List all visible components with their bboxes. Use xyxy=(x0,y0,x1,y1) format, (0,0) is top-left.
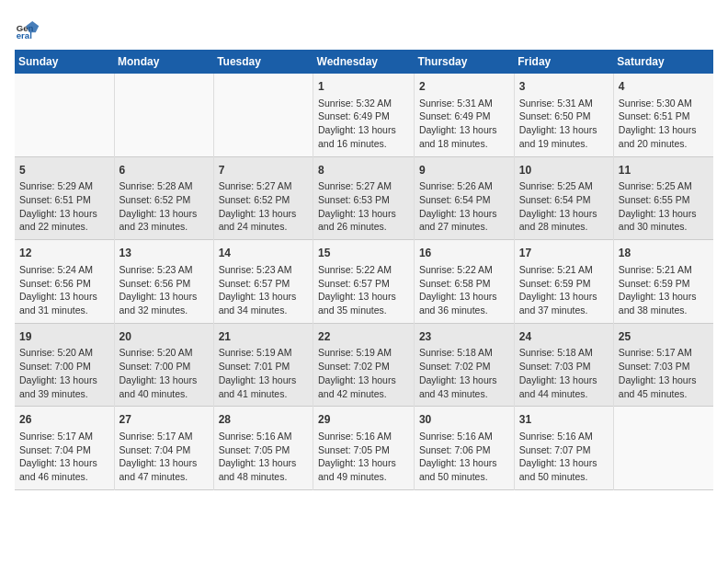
calendar-cell xyxy=(613,407,713,490)
day-number: 3 xyxy=(519,79,609,95)
day-info: Sunrise: 5:30 AM xyxy=(619,97,709,110)
calendar-cell: 21Sunrise: 5:19 AMSunset: 7:01 PMDayligh… xyxy=(213,323,313,407)
day-info: Sunrise: 5:16 AM xyxy=(419,430,509,443)
day-info: Daylight: 13 hours and 28 minutes. xyxy=(519,207,609,234)
day-number: 7 xyxy=(219,163,308,178)
day-info: Daylight: 13 hours and 41 minutes. xyxy=(219,373,308,400)
calendar-cell: 9Sunrise: 5:26 AMSunset: 6:54 PMDaylight… xyxy=(414,156,514,240)
day-info: Daylight: 13 hours and 31 minutes. xyxy=(19,290,109,316)
day-info: Sunset: 6:57 PM xyxy=(318,277,409,291)
day-info: Sunset: 6:55 PM xyxy=(619,193,709,207)
calendar-cell: 6Sunrise: 5:28 AMSunset: 6:52 PMDaylight… xyxy=(114,156,213,240)
day-number: 18 xyxy=(619,246,709,261)
day-number: 6 xyxy=(119,163,209,178)
day-info: Sunrise: 5:18 AM xyxy=(519,346,609,360)
calendar-cell: 14Sunrise: 5:23 AMSunset: 6:57 PMDayligh… xyxy=(213,240,313,324)
calendar-cell: 12Sunrise: 5:24 AMSunset: 6:56 PMDayligh… xyxy=(15,240,114,324)
day-number: 15 xyxy=(318,246,409,261)
calendar-week-row: 19Sunrise: 5:20 AMSunset: 7:00 PMDayligh… xyxy=(15,323,713,407)
day-info: Sunrise: 5:27 AM xyxy=(219,179,308,193)
weekday-header: Saturday xyxy=(613,50,713,74)
calendar-cell: 23Sunrise: 5:18 AMSunset: 7:02 PMDayligh… xyxy=(414,323,514,407)
day-info: Sunrise: 5:28 AM xyxy=(119,179,209,193)
day-info: Sunrise: 5:18 AM xyxy=(419,346,509,360)
day-info: Daylight: 13 hours and 45 minutes. xyxy=(619,373,709,400)
day-number: 14 xyxy=(219,246,308,261)
day-info: Sunset: 6:54 PM xyxy=(419,193,509,207)
day-info: Sunset: 6:51 PM xyxy=(619,109,709,123)
day-info: Sunset: 6:59 PM xyxy=(519,277,609,291)
day-info: Sunset: 7:02 PM xyxy=(419,360,509,373)
day-info: Sunset: 7:04 PM xyxy=(119,443,209,457)
day-info: Daylight: 13 hours and 34 minutes. xyxy=(219,290,308,316)
day-info: Sunset: 6:58 PM xyxy=(419,277,509,291)
calendar-cell: 13Sunrise: 5:23 AMSunset: 6:56 PMDayligh… xyxy=(114,240,213,324)
day-info: Sunrise: 5:23 AM xyxy=(119,263,209,277)
weekday-header: Thursday xyxy=(414,50,514,74)
calendar-cell: 19Sunrise: 5:20 AMSunset: 7:00 PMDayligh… xyxy=(15,323,114,407)
calendar-cell: 29Sunrise: 5:16 AMSunset: 7:05 PMDayligh… xyxy=(313,407,415,490)
day-info: Sunset: 7:00 PM xyxy=(119,360,209,373)
calendar-table: SundayMondayTuesdayWednesdayThursdayFrid… xyxy=(15,50,713,490)
day-info: Sunrise: 5:16 AM xyxy=(519,430,609,443)
calendar-cell: 30Sunrise: 5:16 AMSunset: 7:06 PMDayligh… xyxy=(414,407,514,490)
calendar-cell: 17Sunrise: 5:21 AMSunset: 6:59 PMDayligh… xyxy=(514,240,613,324)
day-info: Sunrise: 5:26 AM xyxy=(419,179,509,193)
calendar-week-row: 1Sunrise: 5:32 AMSunset: 6:49 PMDaylight… xyxy=(15,74,713,156)
day-info: Sunset: 7:07 PM xyxy=(519,443,609,457)
day-info: Daylight: 13 hours and 36 minutes. xyxy=(419,290,509,316)
day-info: Sunset: 6:53 PM xyxy=(318,193,409,207)
calendar-cell: 2Sunrise: 5:31 AMSunset: 6:49 PMDaylight… xyxy=(414,74,514,156)
day-info: Sunrise: 5:19 AM xyxy=(219,346,308,360)
calendar-cell: 5Sunrise: 5:29 AMSunset: 6:51 PMDaylight… xyxy=(15,156,114,240)
calendar-cell xyxy=(213,74,313,156)
day-info: Sunset: 6:49 PM xyxy=(419,109,509,123)
day-info: Daylight: 13 hours and 35 minutes. xyxy=(318,290,409,316)
day-info: Sunset: 7:01 PM xyxy=(219,360,308,373)
day-info: Sunset: 7:03 PM xyxy=(519,360,609,373)
calendar-cell xyxy=(114,74,213,156)
day-info: Sunset: 7:02 PM xyxy=(318,360,409,373)
day-info: Sunrise: 5:17 AM xyxy=(619,346,709,360)
day-number: 16 xyxy=(419,246,509,261)
calendar-cell: 1Sunrise: 5:32 AMSunset: 6:49 PMDaylight… xyxy=(313,74,415,156)
day-info: Sunrise: 5:31 AM xyxy=(519,97,609,110)
day-info: Sunset: 6:51 PM xyxy=(19,193,109,207)
day-info: Daylight: 13 hours and 32 minutes. xyxy=(119,290,209,316)
logo: Gen eral xyxy=(15,15,44,40)
day-number: 1 xyxy=(318,79,409,95)
day-info: Daylight: 13 hours and 42 minutes. xyxy=(318,373,409,400)
day-info: Daylight: 13 hours and 50 minutes. xyxy=(519,456,609,483)
day-info: Sunset: 7:05 PM xyxy=(318,443,409,457)
day-info: Daylight: 13 hours and 26 minutes. xyxy=(318,207,409,234)
day-info: Sunrise: 5:32 AM xyxy=(318,97,409,110)
calendar-cell: 28Sunrise: 5:16 AMSunset: 7:05 PMDayligh… xyxy=(213,407,313,490)
day-info: Sunrise: 5:16 AM xyxy=(318,430,409,443)
day-info: Sunrise: 5:20 AM xyxy=(119,346,209,360)
day-info: Sunrise: 5:22 AM xyxy=(318,263,409,277)
calendar-cell: 3Sunrise: 5:31 AMSunset: 6:50 PMDaylight… xyxy=(514,74,613,156)
day-info: Sunrise: 5:25 AM xyxy=(619,179,709,193)
calendar-cell: 20Sunrise: 5:20 AMSunset: 7:00 PMDayligh… xyxy=(114,323,213,407)
day-info: Sunrise: 5:21 AM xyxy=(619,263,709,277)
day-info: Daylight: 13 hours and 46 minutes. xyxy=(19,456,109,483)
calendar-cell: 18Sunrise: 5:21 AMSunset: 6:59 PMDayligh… xyxy=(613,240,713,324)
weekday-header: Tuesday xyxy=(213,50,313,74)
day-number: 13 xyxy=(119,246,209,261)
calendar-cell xyxy=(15,74,114,156)
weekday-header: Sunday xyxy=(15,50,114,74)
calendar-cell: 25Sunrise: 5:17 AMSunset: 7:03 PMDayligh… xyxy=(613,323,713,407)
day-number: 9 xyxy=(419,163,509,178)
day-info: Daylight: 13 hours and 30 minutes. xyxy=(619,207,709,234)
day-number: 24 xyxy=(519,329,609,345)
day-info: Sunset: 6:56 PM xyxy=(19,277,109,291)
day-number: 11 xyxy=(619,163,709,178)
day-number: 21 xyxy=(219,329,308,345)
day-info: Sunset: 6:57 PM xyxy=(219,277,308,291)
day-number: 4 xyxy=(619,79,709,95)
day-info: Daylight: 13 hours and 23 minutes. xyxy=(119,207,209,234)
day-info: Sunrise: 5:17 AM xyxy=(119,430,209,443)
day-number: 30 xyxy=(419,412,509,428)
day-number: 25 xyxy=(619,329,709,345)
calendar-week-row: 26Sunrise: 5:17 AMSunset: 7:04 PMDayligh… xyxy=(15,407,713,490)
